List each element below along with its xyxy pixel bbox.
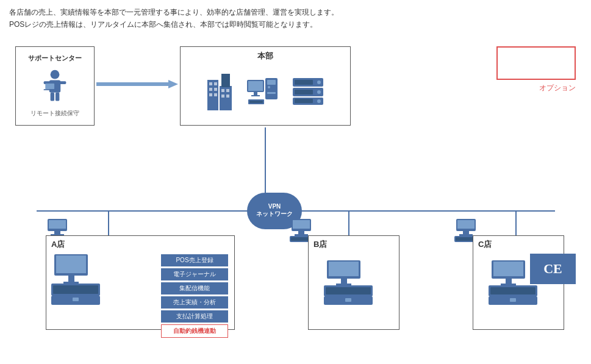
- page-wrapper: 各店舗の売上、実績情報等を本部で一元管理する事により、効率的な店舗管理、運営を実…: [0, 0, 591, 364]
- svg-point-26: [268, 86, 270, 88]
- person-icon: [40, 69, 70, 105]
- support-center-label: リモート接続保守: [30, 109, 79, 118]
- svg-rect-15: [214, 82, 217, 85]
- svg-point-0: [51, 70, 60, 79]
- svg-rect-38: [295, 90, 313, 95]
- svg-rect-45: [54, 231, 60, 234]
- svg-rect-35: [295, 80, 313, 85]
- store-c-title: C店: [478, 239, 492, 250]
- option-label: オプション: [539, 83, 576, 93]
- svg-rect-20: [221, 89, 224, 92]
- svg-rect-16: [209, 88, 212, 91]
- svg-point-39: [317, 90, 321, 94]
- svg-rect-72: [336, 284, 351, 285]
- svg-rect-25: [267, 80, 276, 85]
- desc-line1: 各店舗の売上、実績情報等を本部で一元管理する事により、効率的な店舗管理、運営を実…: [9, 6, 582, 18]
- line-honbu-vpn: [265, 127, 266, 194]
- option-box: [496, 46, 576, 80]
- svg-rect-71: [341, 279, 347, 284]
- svg-rect-30: [254, 92, 257, 95]
- ce-badge: CE: [530, 254, 576, 284]
- svg-rect-41: [295, 99, 313, 103]
- svg-rect-64: [63, 282, 79, 284]
- svg-rect-7: [56, 93, 59, 101]
- svg-rect-76: [345, 298, 351, 302]
- svg-rect-9: [96, 82, 173, 86]
- svg-rect-5: [44, 90, 56, 91]
- feature-item-4: 支払計算処理: [161, 310, 228, 323]
- store-b-title: B店: [313, 239, 327, 250]
- store-a-title: A店: [51, 239, 65, 250]
- svg-rect-58: [459, 234, 473, 236]
- svg-rect-22: [221, 95, 224, 98]
- store-a-box: A店 POS売上登: [46, 235, 235, 330]
- svg-rect-79: [506, 279, 512, 284]
- svg-rect-78: [493, 262, 523, 276]
- svg-rect-63: [68, 276, 74, 282]
- feature-item-0: POS売上登録: [161, 254, 228, 266]
- pc-icon: [247, 75, 281, 109]
- svg-rect-19: [214, 93, 217, 96]
- svg-rect-50: [293, 220, 310, 229]
- support-center-title: サポートセンター: [28, 54, 82, 63]
- diagram: サポートセンター リモート接続保守: [9, 40, 582, 339]
- svg-rect-3: [59, 82, 66, 85]
- svg-rect-70: [329, 262, 359, 276]
- svg-rect-52: [295, 234, 308, 236]
- svg-rect-6: [51, 93, 54, 101]
- svg-rect-33: [249, 101, 263, 103]
- svg-rect-17: [214, 88, 217, 91]
- svg-point-42: [317, 99, 321, 103]
- svg-rect-56: [457, 220, 475, 229]
- feature-list: POS売上登録電子ジャーナル集配信機能売上実績・分析支払計算処理自動釣銭機連動: [161, 254, 228, 338]
- feature-item-5: 自動釣銭機連動: [161, 324, 228, 338]
- store-b-box: B店: [308, 235, 399, 330]
- pos-register-large-a: [51, 251, 106, 306]
- line-to-store-b: [348, 212, 349, 236]
- svg-rect-80: [501, 284, 516, 285]
- feature-item-2: 集配信機能: [161, 282, 228, 294]
- svg-rect-21: [226, 89, 229, 92]
- svg-rect-27: [267, 92, 276, 94]
- svg-rect-57: [463, 231, 469, 234]
- svg-rect-62: [56, 255, 86, 273]
- line-to-store-c: [515, 212, 517, 236]
- svg-rect-29: [248, 81, 263, 91]
- vpn-line1: VPN: [268, 203, 281, 210]
- honbu-title: 本部: [257, 47, 273, 65]
- svg-rect-51: [298, 231, 304, 234]
- pos-register-large-b: [324, 257, 379, 306]
- support-center-box: サポートセンター リモート接続保守: [15, 46, 95, 126]
- building-icon: [204, 74, 235, 110]
- svg-rect-74: [326, 287, 371, 294]
- arrow-support-honbu: [96, 80, 178, 88]
- svg-marker-10: [168, 80, 178, 88]
- line-to-store-a: [108, 212, 109, 236]
- svg-rect-84: [510, 298, 516, 302]
- description: 各店舗の売上、実績情報等を本部で一元管理する事により、効率的な店舗管理、運営を実…: [9, 6, 582, 31]
- svg-rect-82: [490, 287, 535, 294]
- svg-rect-14: [209, 82, 212, 85]
- svg-rect-31: [251, 95, 260, 96]
- honbu-icons: [204, 65, 326, 125]
- svg-rect-44: [49, 220, 66, 229]
- ce-badge-text: CE: [543, 261, 562, 277]
- svg-rect-4: [45, 84, 54, 89]
- line-vpn-horizontal: [37, 210, 555, 212]
- feature-item-1: 電子ジャーナル: [161, 268, 228, 280]
- svg-rect-13: [221, 74, 230, 87]
- desc-line2: POSレジの売上情報は、リアルタイムに本部へ集信され、本部では即時閲覧可能となり…: [9, 18, 582, 30]
- svg-point-36: [317, 80, 321, 84]
- server-icon: [293, 78, 326, 105]
- svg-rect-18: [209, 93, 212, 96]
- feature-item-3: 売上実績・分析: [161, 296, 228, 309]
- svg-rect-66: [53, 285, 98, 294]
- svg-rect-23: [226, 95, 229, 98]
- honbu-box: 本部: [180, 46, 351, 126]
- svg-rect-68: [73, 298, 79, 301]
